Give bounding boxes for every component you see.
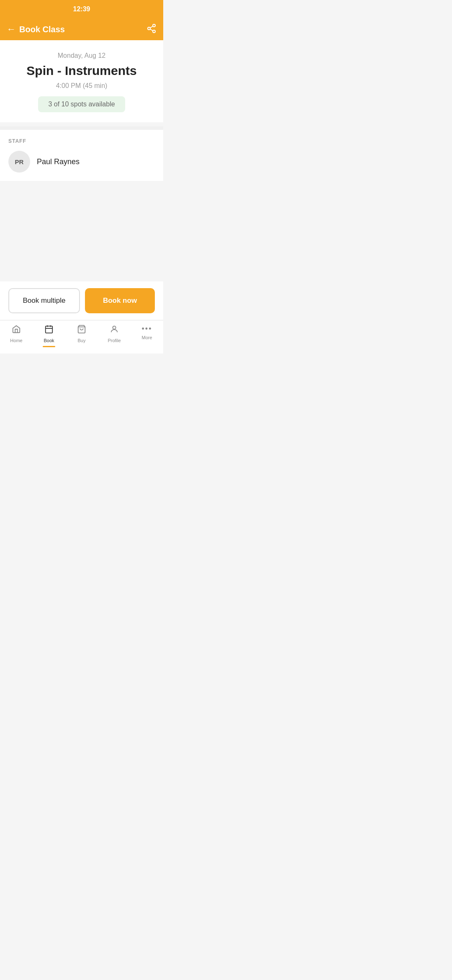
tab-bar: Home Book Buy Pro <box>0 320 163 353</box>
header-title: Book Class <box>19 25 65 34</box>
svg-rect-5 <box>46 326 53 333</box>
svg-point-1 <box>148 27 150 30</box>
status-time: 12:39 <box>73 5 90 13</box>
class-info-section: Monday, Aug 12 Spin - Instruments 4:00 P… <box>0 40 163 122</box>
back-arrow-icon: ← <box>7 24 16 35</box>
book-multiple-button[interactable]: Book multiple <box>8 288 80 313</box>
more-icon: ••• <box>142 325 152 333</box>
tab-profile-label: Profile <box>108 338 121 343</box>
tab-more[interactable]: ••• More <box>131 325 163 340</box>
class-time: 4:00 PM (45 min) <box>8 82 155 90</box>
svg-point-2 <box>153 30 155 33</box>
tab-home-label: Home <box>10 338 22 343</box>
spots-badge: 3 of 10 spots available <box>38 96 125 112</box>
staff-item: PR Paul Raynes <box>8 151 155 173</box>
tab-more-label: More <box>141 335 152 340</box>
home-icon <box>12 325 21 336</box>
section-divider <box>0 126 163 130</box>
share-button[interactable] <box>146 23 157 36</box>
profile-icon <box>110 325 119 336</box>
staff-name: Paul Raynes <box>37 157 80 166</box>
class-name: Spin - Instruments <box>8 64 155 78</box>
tab-home[interactable]: Home <box>0 325 33 343</box>
status-bar: 12:39 <box>0 0 163 18</box>
staff-label: STAFF <box>8 138 155 144</box>
class-date: Monday, Aug 12 <box>8 52 155 59</box>
tab-buy-label: Buy <box>78 338 86 343</box>
svg-line-3 <box>150 29 153 31</box>
book-now-button[interactable]: Book now <box>85 288 155 313</box>
book-icon <box>44 325 54 336</box>
back-button[interactable]: ← Book Class <box>7 24 65 35</box>
tab-book-label: Book <box>44 338 54 343</box>
staff-avatar: PR <box>8 151 30 173</box>
svg-point-10 <box>113 326 116 329</box>
tab-book[interactable]: Book <box>33 325 65 343</box>
svg-point-0 <box>153 24 155 27</box>
staff-section: STAFF PR Paul Raynes <box>0 130 163 181</box>
tab-profile[interactable]: Profile <box>98 325 131 343</box>
tab-buy[interactable]: Buy <box>65 325 98 343</box>
bottom-buttons: Book multiple Book now <box>0 281 163 320</box>
header: ← Book Class <box>0 18 163 40</box>
buy-icon <box>77 325 86 336</box>
svg-line-4 <box>150 26 153 28</box>
